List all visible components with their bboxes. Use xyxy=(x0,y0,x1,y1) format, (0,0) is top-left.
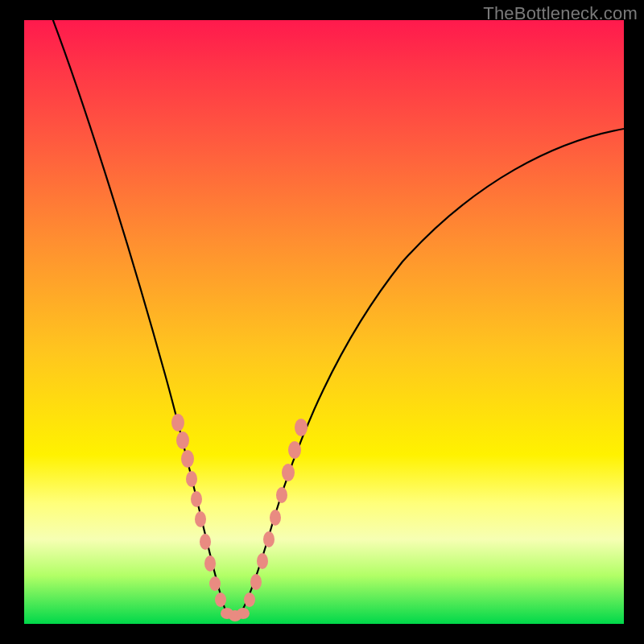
svg-point-12 xyxy=(237,608,250,619)
chart-frame: TheBottleneck.com xyxy=(0,0,644,644)
svg-point-5 xyxy=(195,511,206,527)
svg-point-16 xyxy=(263,531,275,547)
svg-point-18 xyxy=(276,487,287,503)
svg-point-19 xyxy=(282,464,295,481)
svg-point-8 xyxy=(209,576,221,591)
svg-point-1 xyxy=(176,431,189,449)
chart-svg xyxy=(24,20,624,624)
svg-point-14 xyxy=(250,574,262,590)
chart-plot-area xyxy=(24,20,624,624)
svg-point-15 xyxy=(257,553,268,569)
svg-point-4 xyxy=(191,491,202,507)
svg-point-13 xyxy=(244,592,255,607)
svg-point-3 xyxy=(186,471,197,487)
svg-point-6 xyxy=(200,534,211,550)
svg-point-21 xyxy=(295,419,308,436)
chart-dots xyxy=(171,414,308,621)
svg-point-17 xyxy=(270,510,281,526)
chart-curve xyxy=(52,20,624,618)
watermark-text: TheBottleneck.com xyxy=(483,3,638,24)
svg-point-2 xyxy=(181,450,194,468)
svg-point-0 xyxy=(171,414,184,431)
svg-point-7 xyxy=(204,555,216,572)
svg-point-20 xyxy=(288,441,301,459)
svg-point-9 xyxy=(215,592,226,607)
